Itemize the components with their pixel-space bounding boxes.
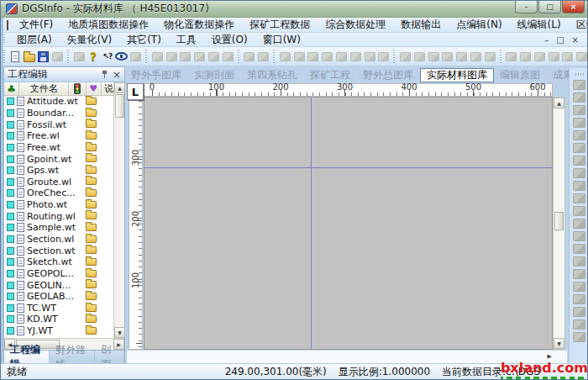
checkbox-icon[interactable] (7, 235, 14, 243)
plot-icon[interactable] (73, 49, 86, 65)
description-column[interactable]: 说 (102, 82, 113, 95)
folder-icon[interactable] (86, 304, 97, 312)
toolbar-grip[interactable] (499, 50, 502, 62)
document-tab[interactable]: 野外手图库 (125, 68, 188, 82)
dock-tool-button[interactable] (573, 332, 585, 342)
toolbar-grip[interactable] (272, 50, 276, 62)
folder-icon[interactable] (86, 109, 97, 117)
folder-icon[interactable] (86, 98, 97, 105)
scroll-up-icon[interactable]: ▲ (554, 98, 564, 108)
menu-item[interactable]: 数据输出 (393, 17, 449, 33)
dock-tool-button[interactable] (573, 282, 585, 292)
edit-tool-8-icon[interactable] (377, 49, 390, 65)
file-row[interactable]: GEOLAB... (4, 291, 113, 303)
dock-tool-button[interactable] (573, 193, 585, 203)
scrollbar-thumb[interactable] (115, 94, 124, 118)
toolbar-grip[interactable] (144, 50, 148, 62)
save-icon[interactable] (37, 49, 50, 65)
checkbox-icon[interactable] (7, 247, 14, 255)
folder-icon[interactable] (86, 246, 97, 254)
dock-tool-button[interactable] (573, 319, 585, 330)
file-row[interactable]: Sketch.wt (4, 256, 113, 268)
redraw-icon[interactable] (222, 49, 234, 65)
checkbox-icon[interactable] (7, 304, 14, 312)
open-folder-icon[interactable] (24, 49, 36, 65)
zoom-actual-icon[interactable] (179, 49, 192, 65)
dock-tool-button[interactable] (573, 105, 585, 115)
area-tool-5-icon[interactable] (562, 49, 575, 65)
table-view-icon[interactable] (244, 49, 256, 65)
checkbox-icon[interactable] (7, 224, 14, 231)
table-edit-icon[interactable] (257, 49, 270, 65)
checkbox-icon[interactable] (7, 315, 14, 323)
dock-tool-button[interactable] (573, 206, 585, 216)
dock-tool-button[interactable] (573, 156, 585, 166)
file-row[interactable]: Free.wt (4, 142, 113, 154)
edit-tool-7-icon[interactable] (364, 49, 376, 65)
folder-icon[interactable] (86, 293, 97, 300)
menu-item[interactable]: 矢量化(V) (60, 32, 120, 48)
checkbox-icon[interactable] (7, 213, 14, 220)
folder-icon[interactable] (86, 212, 97, 219)
mdi-close-button[interactable]: × (572, 35, 579, 45)
folder-icon[interactable] (86, 235, 97, 243)
help-question-icon[interactable]: ? (87, 49, 100, 65)
folder-icon[interactable] (86, 144, 97, 151)
canvas-vertical-scrollbar[interactable]: ▲ ▼ (553, 97, 565, 350)
menu-item[interactable]: 点编辑(N) (449, 17, 509, 33)
dock-tool-button[interactable] (573, 181, 585, 191)
folder-icon[interactable] (86, 155, 97, 162)
menu-item[interactable]: 窗口(W) (255, 32, 308, 48)
line-tool-4-icon[interactable] (441, 49, 454, 65)
edit-tool-2-icon[interactable] (293, 49, 306, 65)
dock-tool-button[interactable] (573, 130, 585, 140)
line-tool-1-icon[interactable] (399, 49, 412, 65)
folder-icon[interactable] (86, 224, 97, 231)
zoom-out-icon[interactable] (165, 49, 178, 65)
close-button[interactable]: × (562, 1, 585, 13)
file-row[interactable]: OreChec... (4, 187, 113, 199)
file-row[interactable]: Photo.wt (4, 199, 113, 211)
file-row[interactable]: Free.wl (4, 130, 113, 142)
zoom-in-icon[interactable] (151, 49, 164, 65)
line-tool-3-icon[interactable] (428, 49, 440, 65)
folder-icon[interactable] (86, 132, 97, 140)
checkbox-icon[interactable] (7, 166, 14, 174)
panel-close-icon[interactable]: × (113, 71, 121, 79)
scroll-down-icon[interactable]: ▼ (554, 338, 564, 349)
checkbox-icon[interactable] (7, 201, 14, 208)
panel-tab[interactable]: 剖面 (95, 351, 124, 364)
scroll-up-icon[interactable]: ▲ (114, 82, 125, 93)
dock-tool-button[interactable] (573, 219, 585, 229)
dock-tool-button[interactable] (573, 294, 585, 304)
pan-hand-icon[interactable] (207, 49, 220, 65)
checkbox-icon[interactable] (7, 156, 14, 163)
area-tool-6-icon[interactable] (575, 49, 588, 65)
menu-item[interactable]: 物化遥数据操作 (156, 17, 242, 33)
ruler-corner-button[interactable]: L (127, 83, 144, 100)
document-tab[interactable]: 第四系钻孔 (241, 68, 304, 82)
scrollbar-thumb[interactable] (554, 212, 564, 230)
menu-item[interactable]: 图层(A) (9, 32, 60, 48)
menu-item[interactable]: 设置(O) (204, 32, 255, 48)
dock-tool-button[interactable] (573, 244, 585, 254)
dock-tool-button[interactable] (573, 269, 585, 279)
folder-icon[interactable] (86, 189, 97, 197)
folder-icon[interactable] (86, 201, 97, 208)
pin-icon[interactable] (101, 70, 108, 79)
area-tool-2-icon[interactable] (519, 49, 532, 65)
line-tool-2-icon[interactable] (413, 49, 426, 65)
file-row[interactable]: TC.WT (4, 303, 113, 314)
document-tab[interactable]: 编辑原图 (494, 68, 547, 82)
menu-item[interactable]: 探矿工程数据 (242, 17, 318, 33)
tree-icon-column[interactable]: ♣ (4, 82, 19, 95)
file-row[interactable]: Sample.wt (4, 222, 113, 234)
edit-tool-1-icon[interactable] (279, 49, 291, 65)
folder-icon[interactable] (86, 270, 97, 277)
menu-item[interactable]: 综合数据处理 (318, 17, 393, 33)
dock-tool-button[interactable] (573, 168, 585, 178)
menu-item[interactable]: 区编辑(R) (569, 17, 588, 33)
document-tab[interactable]: 野外总图库 (357, 68, 420, 82)
file-row[interactable]: KD.WT (4, 314, 113, 325)
dock-tool-button[interactable] (573, 256, 585, 267)
